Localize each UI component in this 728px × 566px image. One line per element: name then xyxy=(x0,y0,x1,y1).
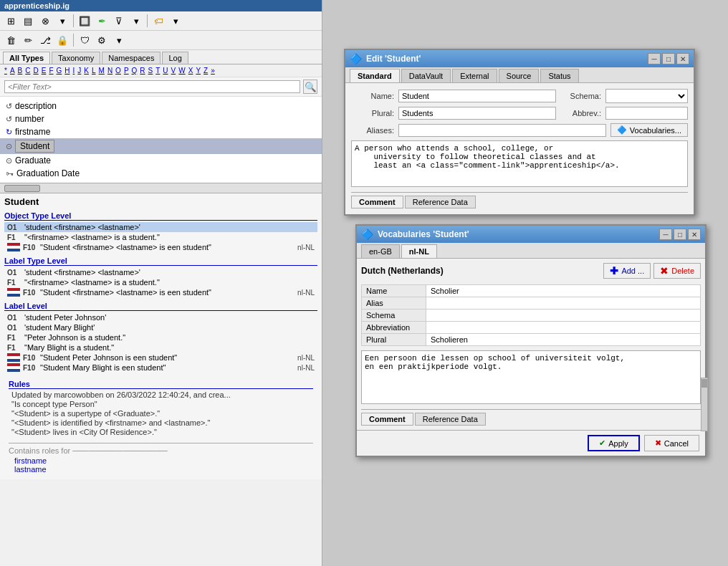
gear-btn[interactable]: ⚙ xyxy=(94,32,110,48)
vocab-close-button[interactable]: ✕ xyxy=(688,229,701,240)
ltl-row-2[interactable]: F10 "Student <firstname> <lastname> is e… xyxy=(4,287,317,297)
alpha-m[interactable]: M xyxy=(97,66,106,75)
h-scrollbar[interactable] xyxy=(0,183,322,193)
alpha-x[interactable]: X xyxy=(187,66,195,75)
otl-row-0[interactable]: O1 'student <firstname> <lastname>' xyxy=(4,222,317,232)
trash-btn[interactable]: 🗑 xyxy=(3,32,19,48)
ltl-row-0[interactable]: O1 'student <firstname> <lastname>' xyxy=(4,267,317,277)
alpha-n[interactable]: N xyxy=(106,66,114,75)
dropdown1-btn[interactable]: ▾ xyxy=(54,13,70,29)
vocab-comment-tab[interactable]: Comment xyxy=(361,413,413,426)
otl-row-1[interactable]: F1 "<firstname> <lastname> is a student.… xyxy=(4,232,317,242)
close-button[interactable]: ✕ xyxy=(676,53,689,64)
vocabularies-button[interactable]: 🔷 Vocabularies... xyxy=(610,123,688,137)
field-alias-value[interactable] xyxy=(426,297,701,310)
tab-status[interactable]: Status xyxy=(540,69,578,82)
tag-dropdown-btn[interactable]: ▾ xyxy=(168,13,183,29)
pencil-btn[interactable]: ✏ xyxy=(20,32,36,48)
minimize-button[interactable]: ─ xyxy=(648,53,661,64)
plural-input[interactable] xyxy=(398,107,556,120)
lock-btn[interactable]: 🔒 xyxy=(54,32,70,48)
alpha-o[interactable]: O xyxy=(114,66,123,75)
field-abbrev-value[interactable] xyxy=(426,322,701,334)
table-btn[interactable]: ▤ xyxy=(20,13,36,29)
split-btn[interactable]: ⎇ xyxy=(37,32,53,48)
layers-btn[interactable]: 🔲 xyxy=(77,13,92,29)
ltl-row-1[interactable]: F1 "<firstname> <lastname> is a student.… xyxy=(4,277,317,287)
lang-tab-nl-nl[interactable]: nl-NL xyxy=(401,244,437,258)
alpha-y[interactable]: Y xyxy=(194,66,202,75)
alpha-w[interactable]: W xyxy=(177,66,186,75)
filter-input[interactable] xyxy=(4,80,300,93)
contains-firstname[interactable]: firstname xyxy=(14,456,313,465)
alpha-z[interactable]: Z xyxy=(202,66,209,75)
ll-row-4[interactable]: F10 "Student Peter Johnson is een studen… xyxy=(4,352,317,363)
name-input[interactable] xyxy=(398,90,556,102)
alpha-k[interactable]: K xyxy=(82,66,90,75)
field-plural-value[interactable]: Scholieren xyxy=(426,334,701,346)
alpha-u[interactable]: U xyxy=(161,66,169,75)
aliases-input[interactable] xyxy=(398,124,606,137)
alpha-a[interactable]: A xyxy=(9,66,16,75)
vocab-comment-textarea[interactable]: Een persoon die lessen op school of univ… xyxy=(361,350,701,404)
delete-button[interactable]: ✖ Delete xyxy=(653,263,701,279)
alpha-raquo[interactable]: » xyxy=(209,66,216,75)
alpha-star[interactable]: * xyxy=(3,66,9,75)
alpha-d[interactable]: D xyxy=(32,66,39,75)
alpha-f[interactable]: F xyxy=(47,66,54,75)
otl-row-2[interactable]: F10 "Student <firstname> <lastname> is e… xyxy=(4,242,317,252)
vocab-refdata-tab[interactable]: Reference Data xyxy=(415,413,486,426)
gear-dropdown-btn[interactable]: ▾ xyxy=(111,32,127,48)
tab-source[interactable]: Source xyxy=(499,69,540,82)
alpha-t[interactable]: T xyxy=(154,66,161,75)
tree-item-student[interactable]: ⊙ Student xyxy=(0,138,322,154)
contains-lastname[interactable]: lastname xyxy=(14,465,313,474)
add-button[interactable]: ✚ Add ... xyxy=(603,263,651,279)
tree-item-number[interactable]: ↺ number xyxy=(0,112,322,125)
ll-row-1[interactable]: O1 'student Mary Blight' xyxy=(4,322,317,332)
filter-btn[interactable]: ⊽ xyxy=(111,13,127,29)
funnel-dropdown-btn[interactable]: ▾ xyxy=(128,13,144,29)
comment-textarea[interactable]: A person who attends a school, college, … xyxy=(351,140,688,187)
maximize-button[interactable]: □ xyxy=(662,53,675,64)
edit-comment-tab[interactable]: Comment xyxy=(351,196,403,208)
tab-log[interactable]: Log xyxy=(162,52,188,64)
alpha-e[interactable]: E xyxy=(40,66,48,75)
ll-row-0[interactable]: O1 'student Peter Johnson' xyxy=(4,312,317,322)
schema-select[interactable] xyxy=(605,89,688,103)
tab-taxonomy[interactable]: Taxonomy xyxy=(52,52,100,64)
vocab-textarea-scrollbar[interactable] xyxy=(701,378,708,431)
alpha-h[interactable]: H xyxy=(63,66,71,75)
field-name-value[interactable]: Scholier xyxy=(426,285,701,297)
vocab-maximize-button[interactable]: □ xyxy=(674,229,686,240)
ll-row-3[interactable]: F1 "Mary Blight is a student." xyxy=(4,342,317,352)
tree-item-graduation-date[interactable]: 🗝 Contains roles for Graduation Date xyxy=(0,167,322,180)
alpha-c[interactable]: C xyxy=(24,66,32,75)
tab-datavault[interactable]: DataVault xyxy=(401,69,451,82)
tab-standard[interactable]: Standard xyxy=(350,69,400,82)
tree-item-firstname[interactable]: ↻ firstname xyxy=(0,125,322,138)
abbrev-input[interactable] xyxy=(605,107,688,120)
edit-refdata-tab[interactable]: Reference Data xyxy=(405,196,476,208)
alpha-r[interactable]: R xyxy=(138,66,146,75)
tag-btn[interactable]: 🏷 xyxy=(150,13,166,29)
ll-row-5[interactable]: F10 "Student Mary Blight is een student"… xyxy=(4,363,317,373)
alpha-s[interactable]: S xyxy=(147,66,155,75)
feather-btn[interactable]: ✒ xyxy=(94,13,110,29)
alpha-l[interactable]: L xyxy=(90,66,97,75)
tree-item-description[interactable]: ↺ description xyxy=(0,100,322,112)
tab-namespaces[interactable]: Namespaces xyxy=(102,52,161,64)
alpha-i[interactable]: I xyxy=(72,66,77,75)
alpha-q[interactable]: Q xyxy=(130,66,139,75)
ll-row-2[interactable]: F1 "Peter Johnson is a student." xyxy=(4,332,317,342)
grid-btn[interactable]: ⊞ xyxy=(3,13,19,29)
cancel-button[interactable]: ✖ Cancel xyxy=(644,435,699,451)
alpha-v[interactable]: V xyxy=(170,66,178,75)
tree-item-graduate[interactable]: ⊙ Graduate xyxy=(0,154,322,167)
tab-all-types[interactable]: All Types xyxy=(3,52,50,64)
alpha-p[interactable]: P xyxy=(123,66,130,75)
lang-tab-en-gb[interactable]: en-GB xyxy=(361,244,400,258)
vocab-minimize-button[interactable]: ─ xyxy=(659,229,672,240)
alpha-b[interactable]: B xyxy=(16,66,24,75)
apply-button[interactable]: ✔ Apply xyxy=(588,435,640,451)
